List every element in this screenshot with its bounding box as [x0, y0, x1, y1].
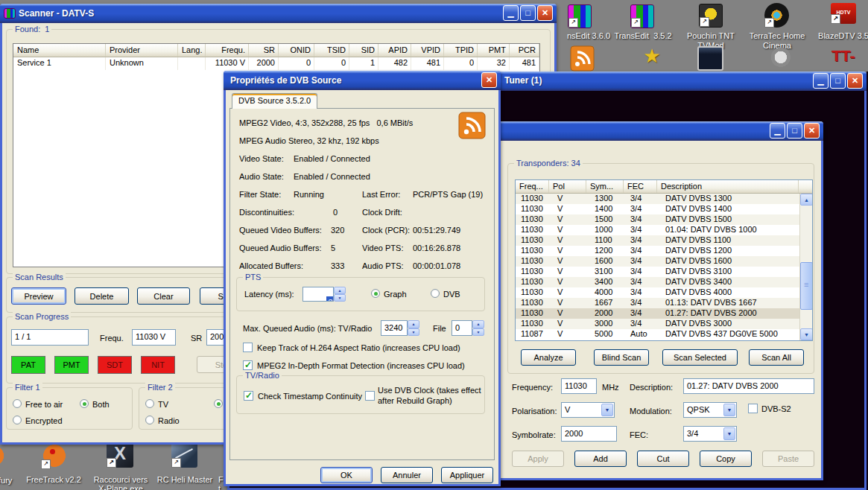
minimize-button[interactable]: ▁: [770, 123, 785, 139]
radio-filter2-both[interactable]: [214, 399, 223, 408]
scan-selected-button[interactable]: Scan Selected: [662, 349, 738, 366]
desktop-icon-label[interactable]: fury: [0, 476, 21, 485]
radio-tv[interactable]: [145, 399, 154, 408]
dvbsource-icon[interactable]: [570, 45, 595, 71]
desktop-icon-label-line2[interactable]: X-Plane.exe: [88, 484, 153, 490]
desktop-icon-label[interactable]: TransEdit 3.5.2: [611, 31, 675, 40]
close-button[interactable]: ✕: [804, 123, 820, 139]
progress-field[interactable]: 1 / 1: [11, 329, 89, 346]
scan-all-button[interactable]: Scan All: [749, 349, 804, 366]
desktop-icon-freetrack[interactable]: [41, 442, 68, 469]
services-table-header[interactable]: NameProviderLang.Frequ.SRONIDTSIDSIDAPID…: [13, 44, 539, 57]
radio-radio[interactable]: [145, 416, 154, 424]
desktop-icon-transedit-352[interactable]: [630, 4, 654, 28]
wand-star-icon[interactable]: ★: [639, 45, 665, 71]
clear-button[interactable]: Clear: [137, 287, 190, 305]
h264-checkbox[interactable]: [243, 343, 253, 352]
modulation-combo[interactable]: QPSK▼: [683, 402, 737, 418]
satellite-dish-icon[interactable]: [766, 46, 793, 71]
desktop-icon-label[interactable]: Raccourci vers: [88, 475, 153, 484]
technotrend-icon[interactable]: TT-: [831, 45, 861, 71]
paste-button[interactable]: Paste: [762, 451, 814, 467]
transponder-row[interactable]: 11087V5000AutoDATV DVBS 437 DG0VE 5000: [516, 329, 812, 340]
transponder-row[interactable]: 11030V16673/401.13: DATV DVBS 1667: [516, 298, 812, 308]
annuler-button[interactable]: Annuler: [381, 467, 433, 483]
dialog-titlebar[interactable]: Propriétés de DVB Source ✕: [224, 71, 501, 90]
desktop-icon-label[interactable]: TerraTec Home: [745, 31, 809, 40]
desktop-icon-clipped[interactable]: [0, 443, 6, 468]
maxq-file-spinner[interactable]: ▲▼: [472, 320, 484, 336]
maximize-button[interactable]: □: [830, 73, 846, 89]
radio-free-to-air[interactable]: [13, 399, 22, 408]
transponder-row[interactable]: 11030V30003/4DATV DVBS 3000: [516, 319, 812, 329]
symbolrate-field[interactable]: 2000: [561, 426, 617, 442]
radio-dvb[interactable]: [431, 289, 440, 298]
desktop-icon-xplane[interactable]: X: [107, 441, 133, 468]
add-button[interactable]: Add: [574, 451, 627, 467]
tab-dvb-source[interactable]: DVB Source 3.5.2.0: [232, 93, 317, 109]
transponder-row[interactable]: 11030V11003/4DATV DVBS 1100: [516, 235, 812, 246]
frequ-field[interactable]: 11030 V: [132, 329, 176, 346]
desktop-icon-rcheli[interactable]: [171, 441, 197, 468]
cut-button[interactable]: Cut: [637, 451, 689, 467]
transponder-row[interactable]: 11030V10003/401.04: DATV DVBS 1000: [516, 225, 812, 235]
chevron-down-icon[interactable]: ▼: [723, 404, 735, 416]
desktop-icon-label[interactable]: RC Heli Master: [153, 475, 217, 484]
close-button[interactable]: ✕: [847, 73, 863, 89]
transponder-row[interactable]: 11030V14003/4DATV DVBS 1400: [516, 204, 812, 214]
chevron-down-icon[interactable]: ▼: [601, 404, 613, 416]
radio-encrypted[interactable]: [13, 416, 22, 424]
latency-spinner[interactable]: ▲▼: [334, 287, 346, 302]
terminal-icon[interactable]: [697, 46, 723, 71]
desktop-icon-pouchin-tnt[interactable]: [699, 4, 723, 28]
scroll-thumb[interactable]: [800, 262, 813, 310]
transponder-row[interactable]: 11030V13003/4DATV DVBS 1300: [516, 194, 812, 204]
dvbs2-checkbox[interactable]: [748, 404, 758, 413]
ok-button[interactable]: OK: [320, 467, 373, 483]
dvbclock-checkbox[interactable]: [365, 391, 375, 401]
scroll-down-button[interactable]: ▼: [800, 328, 813, 340]
scroll-up-button[interactable]: ▲: [800, 194, 813, 206]
preview-button[interactable]: Preview: [11, 287, 66, 305]
transponder-list-header[interactable]: Freq...PolSym...FECDescription: [516, 180, 812, 194]
scanner-titlebar[interactable]: Scanner - DATV-S ▁ □ ✕: [0, 4, 557, 23]
radio-both[interactable]: [80, 399, 89, 408]
frequency-field[interactable]: 11030: [561, 378, 597, 394]
desktop-icon-label[interactable]: FreeTrack v2.2: [24, 475, 83, 484]
service-row[interactable]: Service 1Unknown11030 V20000014824810324…: [13, 57, 539, 70]
chevron-down-icon[interactable]: ▼: [723, 427, 735, 440]
maximize-button[interactable]: □: [520, 5, 536, 21]
apply-button[interactable]: Apply: [512, 451, 564, 467]
transponder-row[interactable]: 11030V34003/4DATV DVBS 3400: [516, 277, 812, 287]
delete-button[interactable]: Delete: [75, 287, 129, 305]
desktop-icon-terratec[interactable]: [764, 3, 789, 28]
close-button[interactable]: ✕: [537, 5, 553, 21]
radio-graph[interactable]: [371, 289, 380, 298]
desktop-icon-label[interactable]: BlazeDTV 3.5: [817, 31, 868, 40]
description-field[interactable]: 01.27: DATV DVBS 2000: [683, 378, 814, 394]
transponder-row[interactable]: 11030V40003/4DATV DVBS 4000: [516, 287, 812, 298]
appliquer-button[interactable]: Appliquer: [441, 467, 493, 483]
latency-field[interactable]: 300: [302, 287, 334, 302]
maximize-button[interactable]: □: [787, 123, 802, 139]
timestamp-checkbox[interactable]: [244, 391, 253, 401]
transponder-row[interactable]: 11030V31003/4DATV DVBS 3100: [516, 267, 812, 277]
maxq-tv-field[interactable]: 3240: [381, 320, 408, 336]
minimize-button[interactable]: ▁: [813, 73, 829, 89]
desktop-icon-blazedtv[interactable]: HDTV: [831, 3, 856, 24]
scrollbar[interactable]: ▲ ▼: [799, 194, 812, 340]
mpeg2-checkbox[interactable]: [243, 360, 253, 370]
desktop-icon-label[interactable]: Pouchin TNT: [683, 31, 738, 40]
transponder-row[interactable]: 11030V12003/4DATV DVBS 1200: [516, 246, 812, 256]
maxq-tv-spinner[interactable]: ▲▼: [408, 320, 419, 336]
maxq-file-field[interactable]: 0: [452, 320, 472, 336]
polarisation-combo[interactable]: V▼: [561, 402, 615, 418]
fec-combo[interactable]: 3/4▼: [683, 426, 737, 442]
transponder-row[interactable]: 11030V20003/401.27: DATV DVBS 2000: [516, 308, 812, 319]
desktop-icon-transedit-360[interactable]: [568, 4, 592, 28]
transponder-row[interactable]: 11030V16003/4DATV DVBS 1600: [516, 256, 812, 267]
blind-scan-button[interactable]: Blind Scan: [594, 349, 649, 366]
analyze-button[interactable]: Analyze: [521, 349, 576, 366]
transponder-row[interactable]: 11030V15003/4DATV DVBS 1500: [516, 214, 812, 225]
minimize-button[interactable]: ▁: [503, 5, 519, 21]
